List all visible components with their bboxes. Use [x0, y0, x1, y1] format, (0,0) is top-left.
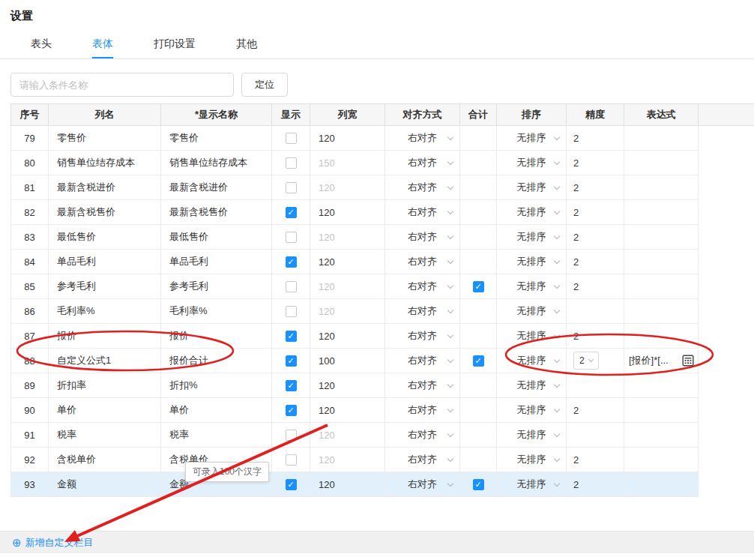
tab-table-header[interactable]: 表头	[31, 31, 52, 58]
cell-display-name[interactable]: 参考毛利	[161, 274, 272, 298]
cell-precision[interactable]: 2	[567, 324, 624, 348]
sort-select[interactable]: 无排序	[497, 324, 567, 348]
align-select[interactable]: 右对齐	[385, 274, 460, 298]
cell-display-name[interactable]: 折扣%	[161, 373, 272, 397]
cell-precision[interactable]: 2	[567, 126, 624, 150]
total-checkbox[interactable]	[473, 479, 484, 490]
show-checkbox[interactable]	[286, 232, 297, 243]
cell-expression[interactable]	[624, 175, 699, 199]
align-select[interactable]: 右对齐	[385, 225, 460, 249]
sort-select[interactable]: 无排序	[497, 373, 567, 397]
align-select[interactable]: 右对齐	[385, 200, 460, 224]
show-checkbox[interactable]	[286, 454, 297, 466]
show-checkbox[interactable]	[286, 479, 297, 490]
align-select[interactable]: 右对齐	[385, 398, 460, 422]
sort-select[interactable]: 无排序	[497, 274, 567, 298]
show-checkbox[interactable]	[286, 281, 297, 292]
cell-display-name[interactable]: 税率	[161, 423, 272, 447]
cell-display-name[interactable]: 最低售价	[161, 225, 272, 249]
cell-display-name[interactable]: 单价	[161, 398, 272, 422]
sort-select[interactable]: 无排序	[497, 225, 567, 249]
cell-expression[interactable]	[624, 324, 699, 348]
cell-expression[interactable]	[624, 373, 699, 397]
cell-display-name[interactable]: 最新含税进价	[161, 175, 272, 199]
align-select[interactable]: 右对齐	[385, 423, 460, 447]
condition-search-input[interactable]	[10, 73, 234, 97]
cell-width[interactable]: 120	[310, 250, 385, 274]
cell-width[interactable]: 120	[310, 175, 385, 199]
sort-select[interactable]: 无排序	[497, 175, 567, 199]
cell-expression[interactable]	[624, 472, 699, 496]
cell-precision[interactable]: 2	[567, 225, 624, 249]
align-select[interactable]: 右对齐	[385, 472, 460, 496]
align-select[interactable]: 右对齐	[385, 175, 460, 199]
cell-precision[interactable]: 2	[567, 151, 624, 175]
cell-display-name[interactable]: 最新含税售价	[161, 200, 272, 224]
cell-width[interactable]: 120	[310, 423, 385, 447]
show-checkbox[interactable]	[286, 331, 297, 342]
cell-width[interactable]: 150	[310, 151, 385, 175]
tab-print-settings[interactable]: 打印设置	[154, 31, 196, 58]
align-select[interactable]: 右对齐	[385, 349, 460, 373]
show-checkbox[interactable]	[286, 405, 297, 416]
cell-expression[interactable]: [报价]*[...	[624, 349, 699, 373]
tab-other[interactable]: 其他	[236, 31, 257, 58]
cell-expression[interactable]	[624, 398, 699, 422]
cell-expression[interactable]	[624, 250, 699, 274]
cell-width[interactable]: 120	[310, 299, 385, 323]
show-checkbox[interactable]	[286, 380, 297, 391]
cell-expression[interactable]	[624, 225, 699, 249]
cell-width[interactable]: 120	[310, 324, 385, 348]
calculator-icon[interactable]	[682, 355, 694, 367]
align-select[interactable]: 右对齐	[385, 151, 460, 175]
align-select[interactable]: 右对齐	[385, 448, 460, 472]
cell-precision[interactable]: 2	[567, 398, 624, 422]
cell-width[interactable]: 120	[310, 398, 385, 422]
show-checkbox[interactable]	[286, 182, 297, 193]
cell-display-name[interactable]: 销售单位结存成本	[161, 151, 272, 175]
align-select[interactable]: 右对齐	[385, 126, 460, 150]
cell-width[interactable]: 120	[310, 200, 385, 224]
sort-select[interactable]: 无排序	[497, 448, 567, 472]
cell-display-name[interactable]: 报价合计	[161, 349, 272, 373]
show-checkbox[interactable]	[286, 256, 297, 268]
cell-precision[interactable]	[567, 373, 624, 397]
align-select[interactable]: 右对齐	[385, 299, 460, 323]
total-checkbox[interactable]	[473, 281, 484, 292]
add-custom-column-link[interactable]: ⊕ 新增自定义栏目	[12, 536, 94, 550]
cell-expression[interactable]	[624, 200, 699, 224]
cell-width[interactable]: 120	[310, 448, 385, 472]
align-select[interactable]: 右对齐	[385, 250, 460, 274]
cell-expression[interactable]	[624, 448, 699, 472]
cell-precision[interactable]: 2	[567, 250, 624, 274]
cell-precision[interactable]: 2	[567, 274, 624, 298]
cell-width[interactable]: 120	[310, 126, 385, 150]
show-checkbox[interactable]	[286, 430, 297, 441]
cell-width[interactable]: 100	[310, 349, 385, 373]
cell-width[interactable]: 120	[310, 373, 385, 397]
tab-table-body[interactable]: 表体	[92, 31, 113, 58]
sort-select[interactable]: 无排序	[497, 472, 567, 496]
cell-expression[interactable]	[624, 151, 699, 175]
cell-precision[interactable]	[567, 299, 624, 323]
sort-select[interactable]: 无排序	[497, 349, 567, 373]
cell-precision[interactable]: 2	[567, 472, 624, 496]
cell-display-name[interactable]: 单品毛利	[161, 250, 272, 274]
show-checkbox[interactable]	[286, 207, 297, 218]
align-select[interactable]: 右对齐	[385, 324, 460, 348]
sort-select[interactable]: 无排序	[497, 126, 567, 150]
cell-width[interactable]: 120	[310, 225, 385, 249]
sort-select[interactable]: 无排序	[497, 250, 567, 274]
align-select[interactable]: 右对齐	[385, 373, 460, 397]
show-checkbox[interactable]	[286, 306, 297, 317]
show-checkbox[interactable]	[286, 157, 297, 169]
cell-expression[interactable]	[624, 423, 699, 447]
sort-select[interactable]: 无排序	[497, 151, 567, 175]
show-checkbox[interactable]	[286, 133, 297, 144]
total-checkbox[interactable]	[473, 355, 484, 367]
sort-select[interactable]: 无排序	[497, 200, 567, 224]
cell-width[interactable]: 120	[310, 274, 385, 298]
cell-precision[interactable]: 2	[567, 175, 624, 199]
sort-select[interactable]: 无排序	[497, 299, 567, 323]
cell-precision[interactable]: 2	[567, 200, 624, 224]
